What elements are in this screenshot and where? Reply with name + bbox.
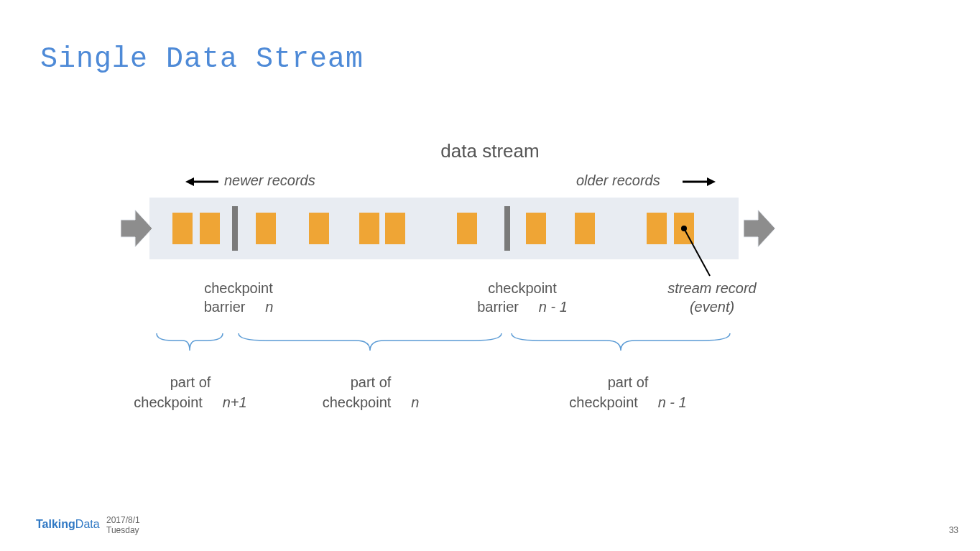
newer-records-label: newer records	[224, 172, 315, 189]
checkpoint-barrier-n-1-label: checkpoint barrier n - 1	[454, 279, 591, 316]
svg-marker-5	[744, 210, 775, 247]
stream-record-block	[647, 213, 667, 244]
checkpoint-barrier	[504, 206, 510, 251]
stream-record-block	[457, 213, 477, 244]
text: barrier	[204, 299, 246, 315]
day: Tuesday	[106, 525, 139, 535]
text: checkpoint	[204, 280, 273, 296]
part-checkpoint-n-minus-1-label: part of checkpoint n - 1	[549, 372, 707, 412]
text: part of	[351, 374, 392, 390]
text: checkpoint	[488, 280, 557, 296]
brace-icon	[237, 332, 503, 353]
stream-record-block	[200, 213, 220, 244]
stream-record-event-label: stream record (event)	[658, 279, 766, 316]
text: n - 1	[539, 299, 568, 315]
data-stream-label: data stream	[0, 140, 980, 162]
text: stream record	[667, 280, 756, 296]
older-records-arrow-icon	[683, 176, 716, 187]
newer-records-arrow-icon	[185, 176, 218, 187]
older-records-label: older records	[576, 172, 660, 189]
logo: TalkingData	[36, 518, 100, 531]
text: checkpoint	[569, 394, 638, 410]
text: checkpoint	[134, 394, 203, 410]
stream-record-block	[385, 213, 405, 244]
slide-title: Single Data Stream	[40, 43, 364, 75]
brace-icon	[155, 332, 224, 353]
logo-text-b: Data	[75, 518, 100, 530]
stream-record-block	[575, 213, 595, 244]
logo-text-a: Talking	[36, 518, 75, 530]
text: barrier	[477, 299, 519, 315]
text: n+1	[223, 394, 247, 410]
text: checkpoint	[323, 394, 392, 410]
stream-record-block	[526, 213, 546, 244]
page-number: 33	[949, 525, 958, 535]
stream-record-block	[172, 213, 193, 244]
svg-marker-1	[185, 177, 194, 186]
stream-record-block	[256, 213, 276, 244]
text: n	[265, 299, 273, 315]
text: part of	[170, 374, 211, 390]
stream-record-block	[359, 213, 379, 244]
inflow-arrow-icon	[121, 210, 152, 247]
svg-marker-4	[121, 210, 152, 247]
svg-marker-3	[707, 177, 716, 186]
stream-record-block	[309, 213, 329, 244]
checkpoint-barrier-n-label: checkpoint barrier n	[181, 279, 296, 316]
text: part of	[608, 374, 649, 390]
text: n - 1	[658, 394, 687, 410]
date: 2017/8/1	[106, 515, 140, 525]
stream-record-pointer-icon	[680, 223, 723, 280]
brace-icon	[510, 332, 731, 353]
text: n	[411, 394, 419, 410]
footer-date: 2017/8/1 Tuesday	[106, 515, 140, 535]
slide: Single Data Stream data stream newer rec…	[0, 0, 980, 551]
checkpoint-barrier	[232, 206, 238, 251]
svg-line-7	[684, 228, 710, 276]
text: (event)	[690, 299, 734, 315]
part-checkpoint-n-plus-1-label: part of checkpoint n+1	[115, 372, 266, 412]
outflow-arrow-icon	[744, 210, 775, 247]
part-checkpoint-n-label: part of checkpoint n	[299, 372, 443, 412]
